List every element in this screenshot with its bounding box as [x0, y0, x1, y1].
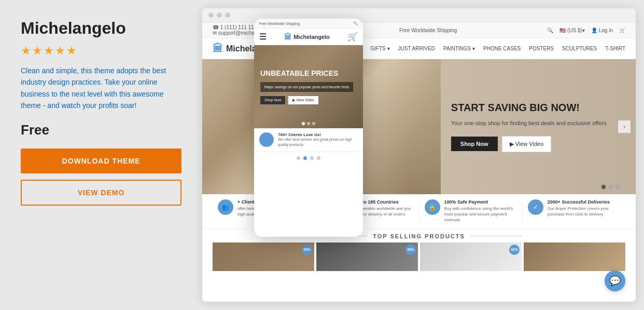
mobile-view-video-button[interactable]: ▶ View Video	[288, 96, 318, 104]
feature-delivery-text: 2000+ Successful Deliveries Our Buyer Pr…	[548, 199, 620, 217]
search-icon[interactable]: 🔍	[547, 28, 553, 33]
mobile-feature-item: 700+ Clients Love Us! We offer best serv…	[254, 128, 363, 152]
product-thumb-4[interactable]	[524, 242, 625, 271]
star-rating: ★★★★★	[21, 44, 181, 58]
mobile-bottom-dot-4[interactable]	[317, 156, 320, 160]
hero-carousel-dots	[601, 185, 620, 189]
hero-buttons: Shop Now ▶ View Video	[451, 136, 620, 152]
feature-delivery: ✓ 2000+ Successful Deliveries Our Buyer …	[523, 199, 625, 223]
payment-icon: 🔒	[425, 199, 440, 215]
product-badge-3: 42%	[509, 245, 520, 255]
mobile-logo-icon: 🏛	[284, 33, 291, 41]
hero-headline: START SAVING BIG NOW!	[451, 101, 620, 114]
feature-payment-title: 100% Safe Payment	[444, 199, 517, 205]
mobile-bottom-dot-1[interactable]	[297, 156, 300, 160]
mobile-feature-icon	[259, 132, 274, 147]
hero-subtext: Your one-stop shop for finding best deal…	[451, 119, 620, 128]
mobile-hero-headline: UNBEATABLE PRICES	[260, 69, 353, 78]
mobile-hero-dots	[302, 122, 315, 125]
store-menu: GIFTS ▾ JUST ARRIVED PAINTINGS ▾ PHONE C…	[370, 46, 625, 51]
mobile-hero: UNBEATABLE PRICES Major savings on our p…	[254, 45, 363, 128]
clients-icon: 👥	[218, 199, 233, 215]
hero-next-arrow[interactable]: ›	[618, 120, 631, 133]
mobile-bottom-dot-2[interactable]	[303, 156, 307, 160]
left-panel: Michelangelo ★★★★★ Clean and simple, thi…	[0, 0, 202, 310]
mobile-bottom-dot-3[interactable]	[310, 156, 314, 160]
browser-dot-yellow	[217, 12, 222, 18]
mobile-hero-text: UNBEATABLE PRICES Major savings on our p…	[260, 69, 353, 104]
browser-window: ☎ 1 (111) 111 11 11 ✉ support@michelange…	[202, 8, 636, 302]
hero-dot-1[interactable]	[601, 185, 606, 189]
view-demo-button[interactable]: VIEW DEMO	[21, 180, 181, 206]
mobile-hero-buttons: Shop Now ▶ View Video	[260, 96, 353, 104]
hero-shop-now-button[interactable]: Shop Now	[451, 137, 498, 151]
mobile-logo-text: Michelangelo	[293, 34, 330, 40]
mobile-dot-3[interactable]	[312, 122, 315, 125]
product-badge-2: 40%	[405, 245, 416, 255]
mobile-hero-desc: Major savings on our popular picks and f…	[260, 82, 353, 92]
hero-dot-3[interactable]	[616, 185, 620, 189]
mobile-dot-2[interactable]	[307, 122, 310, 125]
nav-posters[interactable]: POSTERS	[529, 46, 554, 51]
price-label: Free	[21, 122, 181, 138]
mobile-menu-icon[interactable]: ☰	[259, 32, 267, 42]
product-thumb-2[interactable]: 40%	[316, 242, 418, 271]
feature-payment: 🔒 100% Safe Payment Buy with confidence …	[419, 199, 523, 223]
hero-dot-2[interactable]	[609, 185, 613, 189]
mobile-feature-title: 700+ Clients Love Us!	[278, 132, 358, 137]
chat-bubble-button[interactable]: 💬	[605, 271, 625, 291]
right-panel: ☎ 1 (111) 111 11 11 ✉ support@michelange…	[202, 0, 644, 310]
nav-tshirt[interactable]: T-SHIRT	[605, 46, 625, 51]
mobile-shop-now-button[interactable]: Shop Now	[260, 96, 285, 104]
hero-view-video-button[interactable]: ▶ View Video	[502, 136, 552, 152]
delivery-icon: ✓	[528, 199, 543, 215]
logo-figure-icon: 🏛	[213, 43, 223, 55]
feature-payment-text: 100% Safe Payment Buy with confidence us…	[444, 199, 517, 223]
mobile-search-icon[interactable]: 🔍	[353, 21, 358, 25]
hero-text-area: START SAVING BIG NOW! Your one-stop shop…	[441, 59, 636, 194]
product-badge-1: 45%	[302, 245, 312, 255]
nav-gifts[interactable]: GIFTS ▾	[370, 46, 389, 51]
login-link[interactable]: 👤 Log in	[591, 28, 613, 33]
mobile-logo: 🏛 Michelangelo	[284, 33, 330, 41]
product-thumb-3[interactable]: 42%	[420, 242, 522, 271]
flag-selector[interactable]: 🇺🇸 (US $)▾	[559, 28, 585, 33]
nav-phone-cases[interactable]: PHONE CASES	[483, 46, 521, 51]
cart-icon[interactable]: 🛒	[619, 28, 625, 33]
store-topbar-right: 🔍 🇺🇸 (US $)▾ 👤 Log in 🛒	[547, 28, 625, 33]
browser-dot-green	[225, 12, 230, 18]
mobile-overlay: Free Worldwide Shipping 🔍 ☰ 🏛 Michelange…	[254, 19, 363, 237]
store-shipping-text: Free Worldwide Shipping	[399, 28, 457, 33]
feature-delivery-title: 2000+ Successful Deliveries	[548, 199, 620, 205]
nav-just-arrived[interactable]: JUST ARRIVED	[398, 46, 436, 51]
feature-payment-desc: Buy with confidence using the world's mo…	[444, 206, 517, 223]
mobile-feature-text: 700+ Clients Love Us! We offer best serv…	[278, 132, 358, 147]
nav-sculptures[interactable]: SCULPTURES	[562, 46, 597, 51]
download-theme-button[interactable]: DOWNLOAD THEME	[21, 149, 181, 173]
nav-paintings[interactable]: PAINTINGS ▾	[443, 46, 475, 51]
product-thumb-1[interactable]: 45%	[213, 242, 314, 271]
theme-description: Clean and simple, this theme adopts the …	[21, 65, 181, 112]
mobile-dot-1[interactable]	[302, 122, 305, 125]
product-row: 45% 40% 42%	[213, 242, 625, 271]
mobile-topbar: Free Worldwide Shipping 🔍	[254, 19, 363, 29]
mobile-nav: ☰ 🏛 Michelangelo 🛒	[254, 29, 363, 45]
browser-dot-red	[208, 12, 214, 18]
feature-delivery-desc: Our Buyer Protection covers your purchas…	[548, 206, 620, 217]
mobile-cart-icon[interactable]: 🛒	[347, 32, 358, 42]
mobile-bottom-dots	[254, 152, 363, 164]
mobile-feature-desc: We offer best service and great prices o…	[278, 137, 358, 147]
mobile-shipping-text: Free Worldwide Shipping	[259, 22, 300, 25]
theme-title: Michelangelo	[21, 19, 181, 38]
